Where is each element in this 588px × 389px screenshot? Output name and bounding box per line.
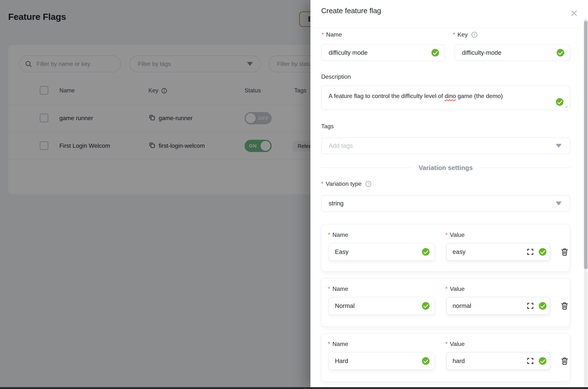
required-marker: * [453, 31, 455, 38]
description-text-before: A feature flag to control the difficulty… [329, 93, 445, 99]
description-label: Description [321, 73, 351, 80]
chevron-down-icon [556, 201, 562, 205]
chevron-down-icon [556, 144, 562, 148]
tags-label: Tags [321, 123, 334, 130]
variation-name-input[interactable] [329, 297, 434, 314]
section-title: Variation settings [419, 164, 473, 171]
valid-check-icon [422, 302, 430, 310]
required-marker: * [322, 31, 324, 38]
key-field-label: * Key ? [453, 31, 478, 38]
variation-name-label: * Name [328, 341, 348, 347]
description-text-after: game (the demo) [456, 93, 503, 99]
variation-name-field [329, 297, 435, 315]
variation-card: * Name * Value [321, 224, 570, 271]
variation-name-input[interactable] [329, 353, 434, 369]
valid-check-icon [422, 357, 430, 365]
expand-icon[interactable] [526, 248, 534, 256]
variation-value-input[interactable] [447, 243, 550, 260]
variation-value-field [446, 297, 550, 315]
variation-settings-divider: Variation settings [321, 164, 570, 172]
valid-check-icon [539, 248, 546, 256]
resize-handle[interactable] [563, 103, 568, 108]
variation-value-input[interactable] [447, 353, 550, 369]
help-icon[interactable]: ? [471, 31, 478, 38]
variation-value-label: * Value [445, 286, 464, 292]
valid-check-icon [432, 49, 439, 57]
create-feature-flag-drawer: Create feature flag * Name * Key ? Descr… [310, 0, 588, 389]
variation-name-label: * Name [328, 231, 348, 238]
variation-name-field [329, 352, 435, 370]
variation-name-input[interactable] [329, 243, 434, 260]
flag-name-field [321, 44, 445, 61]
help-icon[interactable]: ? [365, 181, 372, 187]
bottom-edge-bar [0, 387, 588, 389]
variation-type-select[interactable]: string [321, 195, 570, 212]
variation-name-label: * Name [328, 286, 348, 292]
valid-check-icon [539, 302, 546, 310]
delete-variation-icon[interactable] [560, 247, 569, 256]
close-icon[interactable] [570, 9, 578, 17]
flag-key-field [455, 44, 570, 61]
variation-value-field [446, 243, 550, 261]
valid-check-icon [539, 357, 546, 365]
description-textarea[interactable]: A feature flag to control the difficulty… [321, 86, 570, 110]
expand-icon[interactable] [526, 302, 534, 310]
delete-variation-icon[interactable] [560, 301, 569, 310]
scrollbar-thumb[interactable] [584, 21, 588, 269]
valid-check-icon [556, 98, 563, 106]
flag-key-input[interactable] [455, 45, 570, 61]
variation-type-value: string [322, 200, 344, 207]
drawer-title: Create feature flag [321, 7, 381, 15]
tags-select[interactable]: Add tags [321, 137, 570, 154]
tags-placeholder: Add tags [322, 142, 353, 149]
svg-text:?: ? [473, 32, 475, 36]
variation-value-label: * Value [445, 231, 464, 238]
svg-text:?: ? [367, 182, 369, 186]
header-divider [310, 28, 584, 28]
variation-name-field [329, 243, 435, 261]
valid-check-icon [557, 49, 564, 57]
variation-value-label: * Value [445, 341, 464, 347]
required-marker: * [321, 180, 323, 187]
variation-type-label: * Variation type ? [321, 180, 372, 187]
expand-icon[interactable] [526, 357, 534, 365]
variation-value-input[interactable] [447, 297, 550, 314]
valid-check-icon [422, 248, 430, 256]
flag-name-input[interactable] [322, 45, 445, 61]
divider-line [480, 168, 570, 168]
name-field-label: * Name [322, 31, 342, 38]
variation-card: * Name * Value [321, 278, 570, 327]
description-misspelled-word: dino [445, 93, 456, 99]
variation-card: * Name * Value [321, 333, 570, 382]
variation-value-field [446, 352, 550, 370]
divider-line [321, 168, 411, 168]
delete-variation-icon[interactable] [560, 357, 569, 365]
